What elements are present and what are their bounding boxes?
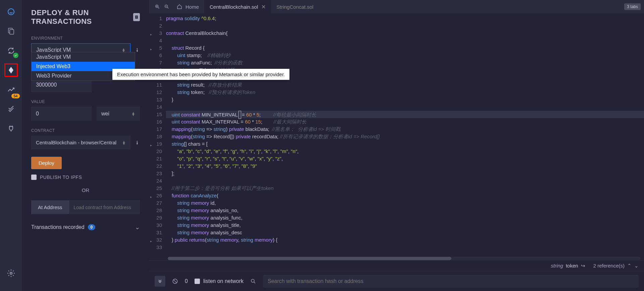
terminal-toggle-icon[interactable] xyxy=(155,276,165,287)
publish-label: PUBLISH TO IPFS xyxy=(40,175,82,180)
zoom-in-icon[interactable] xyxy=(153,2,162,11)
svg-line-17 xyxy=(167,7,168,8)
env-option-jsvm[interactable]: JavaScript VM xyxy=(32,52,135,62)
search-icon[interactable] xyxy=(250,278,256,284)
panel-doc-icon[interactable] xyxy=(133,13,140,21)
or-divider: OR xyxy=(31,187,140,193)
svg-point-0 xyxy=(8,9,14,15)
analysis-icon[interactable] xyxy=(4,102,18,116)
file-explorer-icon[interactable] xyxy=(4,25,18,38)
tabs-count-badge[interactable]: 3 tabs xyxy=(624,3,641,10)
pending-count: 0 xyxy=(185,278,188,284)
info-icon[interactable] xyxy=(135,140,140,145)
badge-count: 54 xyxy=(11,94,19,98)
close-icon[interactable]: ✕ xyxy=(261,4,266,10)
svg-rect-9 xyxy=(137,50,138,52)
chevron-down-icon: ⌄ xyxy=(135,224,140,231)
svg-line-13 xyxy=(158,7,159,8)
trans-count-badge: 0 xyxy=(88,224,96,230)
tab-home[interactable]: Home xyxy=(171,0,204,13)
contract-label: CONTRACT xyxy=(31,128,140,133)
debugger-icon[interactable]: 54 xyxy=(4,83,18,96)
sidebar: DEPLOY & RUN TRANSACTIONS ENVIRONMENT Ja… xyxy=(22,0,149,291)
info-icon[interactable] xyxy=(135,47,140,53)
tab-file-1[interactable]: CentralBlockchain.sol✕ xyxy=(204,0,271,13)
select-arrows-icon: ▲▼ xyxy=(122,48,125,52)
svg-point-3 xyxy=(10,272,12,274)
nav-down-icon[interactable]: ⌄ xyxy=(634,263,639,269)
contract-select[interactable]: CentralBlockchain - browser/Central ▲▼ xyxy=(31,136,130,149)
settings-icon[interactable] xyxy=(4,266,18,280)
nav-up-icon[interactable]: ⌃ xyxy=(627,263,632,269)
compiler-icon[interactable] xyxy=(4,44,18,57)
code-editor[interactable]: 123▸45▸6789111213141516171819▸2021222324… xyxy=(149,13,644,260)
terminal-search-input[interactable] xyxy=(263,275,639,288)
deploy-button[interactable]: Deploy xyxy=(31,157,62,169)
listen-checkbox[interactable] xyxy=(195,279,200,284)
goto-icon[interactable]: ↪ xyxy=(581,263,585,269)
editor-area: Home CentralBlockchain.sol✕ StringConcat… xyxy=(149,0,644,291)
plugin-icon[interactable] xyxy=(4,122,18,135)
unit-select[interactable]: wei ▲▼ xyxy=(97,107,140,121)
panel-title: DEPLOY & RUN TRANSACTIONS xyxy=(31,8,133,26)
transactions-recorded-toggle[interactable]: Transactions recorded 0 ⌄ xyxy=(31,224,140,231)
at-address-button[interactable]: At Address xyxy=(31,200,69,214)
icon-bar: 54 xyxy=(0,0,22,291)
tab-file-2[interactable]: StringConcat.sol xyxy=(271,0,319,13)
logo-icon[interactable] xyxy=(4,5,18,18)
publish-checkbox[interactable] xyxy=(31,175,37,180)
horizontal-scrollbar[interactable] xyxy=(168,257,641,260)
svg-point-8 xyxy=(137,48,138,49)
svg-line-20 xyxy=(174,280,177,283)
svg-line-22 xyxy=(254,282,255,283)
clear-icon[interactable] xyxy=(172,278,178,284)
svg-rect-11 xyxy=(137,142,138,144)
env-label: ENVIRONMENT xyxy=(31,36,140,41)
svg-rect-2 xyxy=(10,30,14,34)
svg-point-21 xyxy=(251,279,254,282)
zoom-out-icon[interactable] xyxy=(162,2,171,11)
value-input[interactable] xyxy=(31,107,92,121)
svg-point-10 xyxy=(137,141,138,142)
select-arrows-icon: ▲▼ xyxy=(131,112,135,116)
address-input[interactable] xyxy=(69,200,140,214)
value-label: VALUE xyxy=(31,99,140,104)
terminal-bar: 0 listen on network xyxy=(149,271,644,291)
deploy-icon[interactable] xyxy=(4,63,18,77)
select-arrows-icon: ▲▼ xyxy=(122,141,126,145)
tabs-bar: Home CentralBlockchain.sol✕ StringConcat… xyxy=(149,0,644,13)
env-tooltip: Execution environment has been provided … xyxy=(112,69,289,80)
references-bar: string token ↪ 2 reference(s) ⌃ ⌄ xyxy=(149,260,644,271)
